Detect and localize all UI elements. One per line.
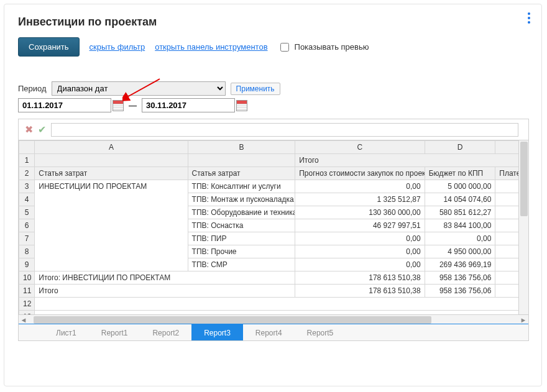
cell[interactable]: Бюджет по КПП (425, 167, 495, 180)
cell[interactable]: 0,00 (295, 258, 425, 271)
spreadsheet: ✖ ✔ A B C D 1 (18, 119, 529, 341)
hide-filter-link[interactable]: скрыть фильтр (90, 42, 145, 52)
cell[interactable]: 0,00 (295, 245, 425, 258)
date-separator: — (129, 101, 137, 110)
cell[interactable]: 83 844 100,00 (425, 219, 495, 232)
cell[interactable]: 14 054 074,60 (425, 193, 495, 206)
row-header[interactable]: 12 (19, 298, 35, 311)
sheet-tabs: Лист1Report1Report2Report3Report4Report5 (19, 324, 528, 340)
show-preview-checkbox[interactable]: Показывать превью (278, 41, 369, 53)
cell[interactable]: ТПВ: Оборудование и техника (188, 206, 295, 219)
accept-icon[interactable]: ✔ (38, 124, 46, 135)
grid[interactable]: A B C D 1 Итого 2 Статья затрат Статья з… (19, 140, 528, 314)
cell[interactable]: 130 360 000,00 (295, 206, 425, 219)
report-card: Инвестиции по проектам Сохранить скрыть … (4, 4, 542, 386)
menu-kebab-icon[interactable] (523, 11, 535, 25)
sheet-tab[interactable]: Report3 (191, 324, 243, 340)
cell[interactable]: ТПВ: СМР (188, 258, 295, 271)
row-header[interactable]: 11 (19, 285, 35, 298)
scrollbar-thumb[interactable] (520, 142, 528, 216)
sheet-tab[interactable]: Лист1 (44, 324, 89, 340)
show-preview-label: Показывать превью (295, 42, 369, 52)
calendar-icon[interactable] (236, 100, 247, 111)
row-header[interactable]: 4 (19, 193, 35, 206)
cell[interactable] (35, 298, 528, 311)
row-header[interactable]: 2 (19, 167, 35, 180)
open-tools-link[interactable]: открыть панель инструментов (155, 42, 267, 52)
sheet-tab[interactable]: Report4 (243, 324, 295, 340)
cancel-icon[interactable]: ✖ (25, 124, 33, 135)
col-header-d[interactable]: D (425, 141, 495, 154)
cell[interactable]: 178 613 510,38 (295, 271, 425, 285)
vertical-scrollbar[interactable] (518, 140, 528, 314)
cell[interactable]: 1 325 512,87 (295, 193, 425, 206)
apply-button[interactable]: Применить (231, 83, 280, 95)
cell[interactable]: Итого (295, 154, 528, 167)
sheet-tab[interactable]: Report5 (295, 324, 346, 340)
row-header[interactable]: 8 (19, 245, 35, 258)
period-select[interactable]: Диапазон дат (52, 81, 226, 96)
col-header-a[interactable]: A (35, 141, 188, 154)
cell[interactable]: 958 136 756,06 (425, 285, 495, 298)
cell[interactable]: 178 613 510,38 (295, 285, 425, 298)
cell[interactable]: ТПВ: Прочие (188, 245, 295, 258)
corner-cell[interactable] (19, 141, 35, 154)
period-label: Период (18, 84, 47, 93)
formula-bar: ✖ ✔ (19, 119, 528, 140)
cell[interactable]: 0,00 (295, 180, 425, 193)
row-header[interactable]: 9 (19, 258, 35, 271)
page-title: Инвестиции по проектам (18, 16, 528, 29)
date-to-input[interactable] (142, 98, 235, 112)
cell[interactable] (35, 154, 188, 167)
row-header[interactable]: 5 (19, 206, 35, 219)
cell[interactable]: 0,00 (295, 232, 425, 245)
row-header[interactable]: 1 (19, 154, 35, 167)
toolbar: Сохранить скрыть фильтр открыть панель и… (18, 37, 528, 57)
cell[interactable]: Статья затрат (188, 167, 295, 180)
calendar-icon[interactable] (113, 100, 124, 111)
cell[interactable]: Итого: ИНВЕСТИЦИИ ПО ПРОЕКТАМ (35, 271, 295, 285)
show-preview-input[interactable] (280, 43, 289, 52)
cell[interactable]: ТПВ: Оснастка (188, 219, 295, 232)
col-header-b[interactable]: B (188, 141, 295, 154)
cell[interactable]: 46 927 997,51 (295, 219, 425, 232)
col-header-c[interactable]: C (295, 141, 425, 154)
cell[interactable]: ИНВЕСТИЦИИ ПО ПРОЕКТАМ (35, 180, 188, 271)
date-from-input[interactable] (18, 98, 111, 112)
scrollbar-thumb[interactable] (34, 316, 431, 324)
formula-input[interactable] (51, 123, 518, 137)
cell[interactable]: ТПВ: ПИР (188, 232, 295, 245)
row-header[interactable]: 3 (19, 180, 35, 193)
row-header[interactable]: 6 (19, 219, 35, 232)
period-row: Период Диапазон дат Применить (18, 81, 528, 96)
sheet-tab[interactable]: Report1 (89, 324, 140, 340)
row-header[interactable]: 7 (19, 232, 35, 245)
cell[interactable]: 269 436 969,19 (425, 258, 495, 271)
cell[interactable]: 958 136 756,06 (425, 271, 495, 285)
horizontal-scrollbar[interactable]: ◄ ► (19, 314, 528, 324)
cell[interactable]: 5 000 000,00 (425, 180, 495, 193)
cell[interactable]: Статья затрат (35, 167, 188, 180)
save-button[interactable]: Сохранить (18, 37, 80, 57)
cell[interactable] (188, 154, 295, 167)
cell[interactable]: 4 950 000,00 (425, 245, 495, 258)
cell[interactable]: Прогноз стоимости закупок по проекту (295, 167, 425, 180)
date-range-row: — (18, 98, 528, 112)
cell[interactable]: ТПВ: Монтаж и пусконаладка (188, 193, 295, 206)
cell[interactable]: 580 851 612,27 (425, 206, 495, 219)
cell[interactable]: Итого (35, 285, 295, 298)
row-header[interactable]: 10 (19, 271, 35, 285)
cell[interactable]: 0,00 (425, 232, 495, 245)
sheet-tab[interactable]: Report2 (140, 324, 191, 340)
cell[interactable]: ТПВ: Консалтинг и услуги (188, 180, 295, 193)
